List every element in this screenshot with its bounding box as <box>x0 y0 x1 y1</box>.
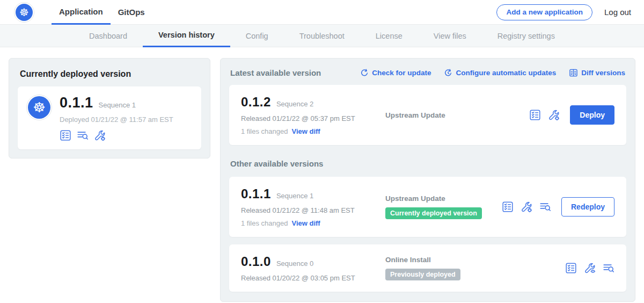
version-number: 0.1.2 <box>241 95 271 110</box>
redeploy-button[interactable]: Redeploy <box>561 197 614 217</box>
sequence-label: Sequence 1 <box>276 192 313 200</box>
version-source-label: Online Install <box>385 256 565 264</box>
config-icon[interactable] <box>521 201 532 213</box>
subtab-license[interactable]: License <box>360 25 418 47</box>
view-diff-link[interactable]: View diff <box>291 127 320 135</box>
check-for-update-label: Check for update <box>372 69 431 77</box>
deployed-card-title: Currently deployed version <box>20 69 201 79</box>
released-timestamp: Released 01/20/22 @ 03:05 pm EST <box>241 274 378 282</box>
kubernetes-logo: ☸ <box>14 2 34 23</box>
deployed-sequence-label: Sequence 1 <box>99 101 136 109</box>
configure-automatic-updates-link[interactable]: Configure automatic updates <box>444 69 556 77</box>
version-row-0-1-0: 0.1.0 Sequence 0 Released 01/20/22 @ 03:… <box>229 244 626 292</box>
config-icon[interactable] <box>94 129 106 141</box>
sequence-label: Sequence 2 <box>276 100 313 108</box>
currently-deployed-card: Currently deployed version ☸ 0.1.1 Seque… <box>9 58 210 158</box>
files-changed-label: 1 files changed <box>241 219 288 227</box>
view-diff-link[interactable]: View diff <box>291 219 320 227</box>
subtab-version-history[interactable]: Version history <box>143 25 230 47</box>
preflight-checks-icon[interactable] <box>565 262 577 274</box>
add-application-button[interactable]: Add a new application <box>496 4 592 20</box>
preflight-checks-icon[interactable] <box>502 201 514 213</box>
available-versions-panel: Latest available version Check for updat… <box>220 58 635 302</box>
subtab-troubleshoot[interactable]: Troubleshoot <box>284 25 360 47</box>
refresh-icon <box>360 69 369 77</box>
version-history-page: Currently deployed version ☸ 0.1.1 Seque… <box>0 47 644 303</box>
files-changed-label: 1 files changed <box>241 127 288 135</box>
subtab-config[interactable]: Config <box>230 25 284 47</box>
top-nav: ☸ Application GitOps Add a new applicati… <box>0 0 644 25</box>
diff-versions-link[interactable]: Diff versions <box>569 68 625 77</box>
version-number: 0.1.1 <box>241 186 271 201</box>
currently-deployed-badge: Currently deployed version <box>385 207 482 219</box>
tab-gitops[interactable]: GitOps <box>111 0 152 25</box>
diff-versions-label: Diff versions <box>581 69 625 77</box>
version-source-label: Upstream Update <box>385 194 502 203</box>
deployed-version-number: 0.1.1 <box>60 95 93 111</box>
release-notes-icon[interactable] <box>77 129 89 141</box>
released-timestamp: Released 01/21/22 @ 05:37 pm EST <box>241 114 378 122</box>
kubernetes-wheel-icon: ☸ <box>16 4 33 21</box>
preflight-checks-icon[interactable] <box>60 129 71 141</box>
logout-button[interactable]: Log out <box>604 8 631 17</box>
kubernetes-wheel-icon: ☸ <box>28 96 50 119</box>
previously-deployed-badge: Previously deployed <box>385 269 460 280</box>
released-timestamp: Released 01/21/22 @ 11:48 am EST <box>241 206 378 214</box>
latest-version-header: Latest available version <box>230 68 321 77</box>
diff-icon <box>569 68 578 77</box>
version-source-label: Upstream Update <box>385 111 529 119</box>
deployed-version-tile: ☸ 0.1.1 Sequence 1 Deployed 01/21/22 @ 1… <box>18 86 201 149</box>
release-notes-icon[interactable] <box>603 262 614 274</box>
deploy-button[interactable]: Deploy <box>570 105 614 125</box>
preflight-checks-icon[interactable] <box>529 109 541 121</box>
auto-update-icon <box>444 69 452 77</box>
version-row-0-1-1: 0.1.1 Sequence 1 Released 01/21/22 @ 11:… <box>229 177 626 237</box>
config-icon[interactable] <box>548 109 560 121</box>
app-sub-nav: Dashboard Version history Config Trouble… <box>0 25 644 47</box>
release-notes-icon[interactable] <box>539 201 551 213</box>
check-for-update-link[interactable]: Check for update <box>360 69 431 77</box>
deployed-timestamp: Deployed 01/21/22 @ 11:57 am EST <box>60 116 173 124</box>
subtab-dashboard[interactable]: Dashboard <box>74 25 143 47</box>
app-logo: ☸ <box>26 95 52 120</box>
config-view-icon[interactable] <box>584 262 596 274</box>
subtab-registry-settings[interactable]: Registry settings <box>482 25 570 47</box>
version-row-0-1-2: 0.1.2 Sequence 2 Released 01/21/22 @ 05:… <box>229 85 626 145</box>
subtab-view-files[interactable]: View files <box>418 25 482 47</box>
tab-application[interactable]: Application <box>52 0 111 25</box>
sequence-label: Sequence 0 <box>276 259 313 268</box>
configure-automatic-updates-label: Configure automatic updates <box>456 69 556 77</box>
version-number: 0.1.0 <box>241 254 271 269</box>
other-versions-header: Other available versions <box>230 159 625 168</box>
